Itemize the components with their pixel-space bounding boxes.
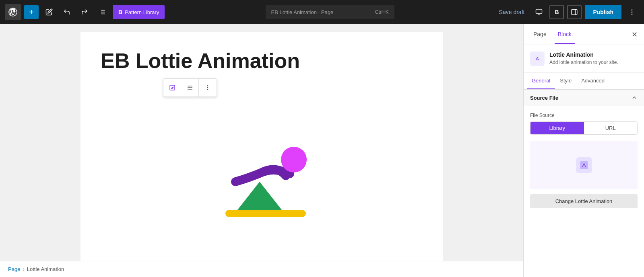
pattern-library-icon: B [118, 9, 122, 15]
publish-button[interactable]: Publish [585, 5, 621, 19]
blocksy-icon-button[interactable]: B [549, 5, 564, 19]
svg-rect-7 [536, 9, 542, 14]
section-header-source-file[interactable]: Source File [524, 90, 644, 106]
section-content: File Source Library URL Change Lottie An… [524, 106, 644, 215]
align-icon [187, 84, 193, 91]
breadcrumb-page-link[interactable]: Page [8, 266, 20, 272]
main-toolbar: + B Pattern Library [0, 0, 644, 24]
sidebar-toggle-button[interactable] [567, 5, 582, 19]
block-edit-button[interactable] [163, 79, 181, 96]
svg-point-21 [207, 89, 208, 90]
editor-area: EB Lottie Animation Page [0, 24, 523, 277]
plus-icon: + [29, 8, 34, 17]
publish-label: Publish [593, 9, 613, 15]
file-source-label: File Source [530, 113, 638, 118]
block-more-button[interactable] [199, 79, 217, 96]
preview-button[interactable] [532, 5, 546, 19]
svg-point-13 [632, 12, 632, 12]
more-vertical-icon [628, 8, 636, 16]
settings-tab-advanced[interactable]: Advanced [576, 73, 609, 89]
page-title[interactable]: EB Lottie Animation [101, 48, 423, 73]
preview-lottie-icon [579, 160, 589, 170]
search-shortcut: Ctrl+K [375, 9, 389, 15]
toolbar-right: Save draft B Publish [495, 5, 639, 19]
block-info: Lottie Animation Add lottie animation to… [524, 45, 644, 73]
wp-logo[interactable] [5, 4, 21, 20]
undo-button[interactable] [60, 5, 74, 19]
block-icon-wrapper [530, 51, 545, 66]
file-source-library-option[interactable]: Library [530, 122, 584, 134]
block-description: Add lottie animation to your site. [549, 59, 618, 66]
settings-tabs: General Style Advanced [524, 73, 644, 90]
search-text: EB Lottie Animation · Page [271, 9, 334, 15]
svg-point-14 [632, 14, 632, 15]
more-options-button[interactable] [625, 5, 639, 19]
search-input-wrapper[interactable]: EB Lottie Animation · Page Ctrl+K [266, 5, 394, 19]
blocksy-letter: B [555, 9, 559, 15]
editor-canvas: EB Lottie Animation [80, 32, 443, 265]
svg-rect-26 [580, 161, 588, 169]
block-toolbar [163, 78, 217, 97]
list-icon [99, 8, 106, 16]
breadcrumb-separator: › [23, 266, 24, 272]
sidebar-header: Page Block ✕ [524, 24, 644, 45]
sidebar-icon [571, 8, 578, 16]
redo-button[interactable] [77, 5, 92, 19]
animation-container [101, 85, 423, 246]
svg-point-24 [281, 147, 307, 172]
settings-tab-style[interactable]: Style [555, 73, 576, 89]
close-icon: ✕ [632, 30, 638, 39]
svg-rect-10 [572, 9, 578, 15]
right-sidebar: Page Block ✕ Lottie Animation Add lottie… [523, 24, 644, 277]
dots-vertical-icon [204, 84, 211, 91]
tab-block[interactable]: Block [555, 25, 575, 44]
block-title: Lottie Animation [549, 51, 618, 58]
monitor-icon [535, 8, 543, 16]
svg-rect-22 [225, 210, 306, 217]
block-meta: Lottie Animation Add lottie animation to… [549, 51, 618, 66]
breadcrumb-block-label: Lottie Animation [27, 266, 64, 272]
source-file-section: Source File File Source Library URL [524, 90, 644, 277]
block-edit-icon [169, 84, 175, 91]
save-draft-label: Save draft [499, 9, 525, 15]
tab-page[interactable]: Page [530, 25, 550, 44]
search-bar: EB Lottie Animation · Page Ctrl+K [168, 5, 491, 19]
main-area: EB Lottie Animation Page [0, 24, 644, 277]
animation-preview-icon [576, 157, 592, 173]
lottie-animation-illustration [197, 101, 326, 230]
settings-tab-general[interactable]: General [527, 73, 555, 89]
edit-mode-button[interactable] [42, 5, 56, 19]
add-block-button[interactable]: + [24, 5, 39, 19]
file-source-url-option[interactable]: URL [584, 122, 638, 134]
file-source-toggle: Library URL [530, 121, 638, 135]
svg-marker-23 [237, 182, 282, 210]
svg-rect-25 [534, 55, 541, 62]
chevron-up-icon [631, 94, 638, 101]
undo-icon [63, 8, 70, 16]
breadcrumb: Page › Lottie Animation [0, 261, 523, 277]
svg-point-19 [207, 86, 208, 86]
pattern-library-button[interactable]: B Pattern Library [113, 5, 165, 19]
redo-icon [81, 8, 88, 16]
change-animation-button[interactable]: Change Lottie Animation [530, 194, 638, 208]
pencil-icon [45, 8, 53, 16]
svg-point-12 [632, 10, 632, 10]
document-overview-button[interactable] [95, 5, 109, 19]
save-draft-button[interactable]: Save draft [495, 6, 529, 18]
lottie-block-icon [533, 55, 541, 63]
sidebar-close-button[interactable]: ✕ [632, 30, 638, 39]
svg-point-20 [207, 87, 208, 88]
section-header-title: Source File [530, 95, 558, 101]
animation-preview-area [530, 141, 638, 189]
pattern-library-label: Pattern Library [125, 9, 159, 15]
block-align-button[interactable] [181, 79, 199, 96]
